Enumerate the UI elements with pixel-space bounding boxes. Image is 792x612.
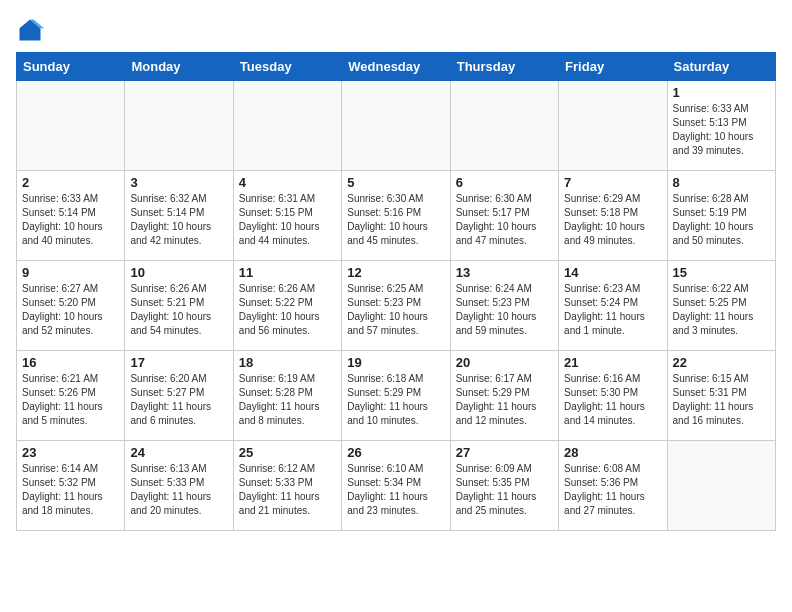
calendar-header-row: SundayMondayTuesdayWednesdayThursdayFrid… bbox=[17, 53, 776, 81]
calendar-cell bbox=[342, 81, 450, 171]
calendar-cell: 5Sunrise: 6:30 AM Sunset: 5:16 PM Daylig… bbox=[342, 171, 450, 261]
day-info: Sunrise: 6:14 AM Sunset: 5:32 PM Dayligh… bbox=[22, 462, 119, 518]
col-header-thursday: Thursday bbox=[450, 53, 558, 81]
calendar-cell: 2Sunrise: 6:33 AM Sunset: 5:14 PM Daylig… bbox=[17, 171, 125, 261]
col-header-sunday: Sunday bbox=[17, 53, 125, 81]
calendar-cell: 22Sunrise: 6:15 AM Sunset: 5:31 PM Dayli… bbox=[667, 351, 775, 441]
page-header bbox=[16, 16, 776, 44]
day-number: 14 bbox=[564, 265, 661, 280]
calendar-cell: 10Sunrise: 6:26 AM Sunset: 5:21 PM Dayli… bbox=[125, 261, 233, 351]
calendar-cell bbox=[450, 81, 558, 171]
day-number: 16 bbox=[22, 355, 119, 370]
day-info: Sunrise: 6:30 AM Sunset: 5:16 PM Dayligh… bbox=[347, 192, 444, 248]
day-info: Sunrise: 6:16 AM Sunset: 5:30 PM Dayligh… bbox=[564, 372, 661, 428]
calendar-cell: 6Sunrise: 6:30 AM Sunset: 5:17 PM Daylig… bbox=[450, 171, 558, 261]
day-number: 18 bbox=[239, 355, 336, 370]
day-number: 5 bbox=[347, 175, 444, 190]
calendar-cell: 17Sunrise: 6:20 AM Sunset: 5:27 PM Dayli… bbox=[125, 351, 233, 441]
day-info: Sunrise: 6:25 AM Sunset: 5:23 PM Dayligh… bbox=[347, 282, 444, 338]
calendar-cell: 16Sunrise: 6:21 AM Sunset: 5:26 PM Dayli… bbox=[17, 351, 125, 441]
calendar-cell bbox=[17, 81, 125, 171]
calendar-cell bbox=[667, 441, 775, 531]
calendar-cell: 12Sunrise: 6:25 AM Sunset: 5:23 PM Dayli… bbox=[342, 261, 450, 351]
day-number: 7 bbox=[564, 175, 661, 190]
calendar-cell: 24Sunrise: 6:13 AM Sunset: 5:33 PM Dayli… bbox=[125, 441, 233, 531]
calendar-table: SundayMondayTuesdayWednesdayThursdayFrid… bbox=[16, 52, 776, 531]
calendar-cell: 11Sunrise: 6:26 AM Sunset: 5:22 PM Dayli… bbox=[233, 261, 341, 351]
day-info: Sunrise: 6:33 AM Sunset: 5:13 PM Dayligh… bbox=[673, 102, 770, 158]
day-number: 22 bbox=[673, 355, 770, 370]
calendar-cell: 4Sunrise: 6:31 AM Sunset: 5:15 PM Daylig… bbox=[233, 171, 341, 261]
day-info: Sunrise: 6:29 AM Sunset: 5:18 PM Dayligh… bbox=[564, 192, 661, 248]
calendar-cell: 23Sunrise: 6:14 AM Sunset: 5:32 PM Dayli… bbox=[17, 441, 125, 531]
calendar-cell: 27Sunrise: 6:09 AM Sunset: 5:35 PM Dayli… bbox=[450, 441, 558, 531]
day-number: 24 bbox=[130, 445, 227, 460]
day-info: Sunrise: 6:17 AM Sunset: 5:29 PM Dayligh… bbox=[456, 372, 553, 428]
day-info: Sunrise: 6:31 AM Sunset: 5:15 PM Dayligh… bbox=[239, 192, 336, 248]
day-info: Sunrise: 6:21 AM Sunset: 5:26 PM Dayligh… bbox=[22, 372, 119, 428]
day-info: Sunrise: 6:24 AM Sunset: 5:23 PM Dayligh… bbox=[456, 282, 553, 338]
day-number: 8 bbox=[673, 175, 770, 190]
logo bbox=[16, 16, 48, 44]
day-number: 21 bbox=[564, 355, 661, 370]
day-number: 2 bbox=[22, 175, 119, 190]
day-info: Sunrise: 6:27 AM Sunset: 5:20 PM Dayligh… bbox=[22, 282, 119, 338]
day-number: 11 bbox=[239, 265, 336, 280]
day-number: 15 bbox=[673, 265, 770, 280]
calendar-cell: 7Sunrise: 6:29 AM Sunset: 5:18 PM Daylig… bbox=[559, 171, 667, 261]
day-info: Sunrise: 6:13 AM Sunset: 5:33 PM Dayligh… bbox=[130, 462, 227, 518]
day-number: 23 bbox=[22, 445, 119, 460]
day-info: Sunrise: 6:15 AM Sunset: 5:31 PM Dayligh… bbox=[673, 372, 770, 428]
calendar-cell: 19Sunrise: 6:18 AM Sunset: 5:29 PM Dayli… bbox=[342, 351, 450, 441]
svg-marker-0 bbox=[20, 20, 41, 41]
col-header-monday: Monday bbox=[125, 53, 233, 81]
day-info: Sunrise: 6:23 AM Sunset: 5:24 PM Dayligh… bbox=[564, 282, 661, 338]
day-number: 27 bbox=[456, 445, 553, 460]
day-info: Sunrise: 6:30 AM Sunset: 5:17 PM Dayligh… bbox=[456, 192, 553, 248]
calendar-cell bbox=[125, 81, 233, 171]
day-info: Sunrise: 6:19 AM Sunset: 5:28 PM Dayligh… bbox=[239, 372, 336, 428]
day-info: Sunrise: 6:32 AM Sunset: 5:14 PM Dayligh… bbox=[130, 192, 227, 248]
calendar-cell: 18Sunrise: 6:19 AM Sunset: 5:28 PM Dayli… bbox=[233, 351, 341, 441]
logo-icon bbox=[16, 16, 44, 44]
day-number: 3 bbox=[130, 175, 227, 190]
day-info: Sunrise: 6:20 AM Sunset: 5:27 PM Dayligh… bbox=[130, 372, 227, 428]
col-header-friday: Friday bbox=[559, 53, 667, 81]
calendar-cell: 9Sunrise: 6:27 AM Sunset: 5:20 PM Daylig… bbox=[17, 261, 125, 351]
day-number: 26 bbox=[347, 445, 444, 460]
calendar-cell bbox=[559, 81, 667, 171]
day-info: Sunrise: 6:26 AM Sunset: 5:21 PM Dayligh… bbox=[130, 282, 227, 338]
day-info: Sunrise: 6:33 AM Sunset: 5:14 PM Dayligh… bbox=[22, 192, 119, 248]
day-number: 28 bbox=[564, 445, 661, 460]
calendar-week-row: 23Sunrise: 6:14 AM Sunset: 5:32 PM Dayli… bbox=[17, 441, 776, 531]
calendar-week-row: 16Sunrise: 6:21 AM Sunset: 5:26 PM Dayli… bbox=[17, 351, 776, 441]
day-number: 1 bbox=[673, 85, 770, 100]
calendar-cell: 21Sunrise: 6:16 AM Sunset: 5:30 PM Dayli… bbox=[559, 351, 667, 441]
calendar-cell bbox=[233, 81, 341, 171]
day-number: 4 bbox=[239, 175, 336, 190]
calendar-cell: 25Sunrise: 6:12 AM Sunset: 5:33 PM Dayli… bbox=[233, 441, 341, 531]
day-number: 12 bbox=[347, 265, 444, 280]
col-header-tuesday: Tuesday bbox=[233, 53, 341, 81]
day-number: 25 bbox=[239, 445, 336, 460]
day-number: 6 bbox=[456, 175, 553, 190]
calendar-cell: 3Sunrise: 6:32 AM Sunset: 5:14 PM Daylig… bbox=[125, 171, 233, 261]
day-number: 13 bbox=[456, 265, 553, 280]
calendar-week-row: 2Sunrise: 6:33 AM Sunset: 5:14 PM Daylig… bbox=[17, 171, 776, 261]
day-info: Sunrise: 6:10 AM Sunset: 5:34 PM Dayligh… bbox=[347, 462, 444, 518]
calendar-week-row: 1Sunrise: 6:33 AM Sunset: 5:13 PM Daylig… bbox=[17, 81, 776, 171]
day-number: 9 bbox=[22, 265, 119, 280]
day-info: Sunrise: 6:22 AM Sunset: 5:25 PM Dayligh… bbox=[673, 282, 770, 338]
calendar-cell: 15Sunrise: 6:22 AM Sunset: 5:25 PM Dayli… bbox=[667, 261, 775, 351]
day-number: 19 bbox=[347, 355, 444, 370]
day-number: 20 bbox=[456, 355, 553, 370]
day-info: Sunrise: 6:26 AM Sunset: 5:22 PM Dayligh… bbox=[239, 282, 336, 338]
calendar-week-row: 9Sunrise: 6:27 AM Sunset: 5:20 PM Daylig… bbox=[17, 261, 776, 351]
day-number: 10 bbox=[130, 265, 227, 280]
calendar-cell: 1Sunrise: 6:33 AM Sunset: 5:13 PM Daylig… bbox=[667, 81, 775, 171]
calendar-cell: 20Sunrise: 6:17 AM Sunset: 5:29 PM Dayli… bbox=[450, 351, 558, 441]
day-info: Sunrise: 6:08 AM Sunset: 5:36 PM Dayligh… bbox=[564, 462, 661, 518]
calendar-cell: 28Sunrise: 6:08 AM Sunset: 5:36 PM Dayli… bbox=[559, 441, 667, 531]
col-header-wednesday: Wednesday bbox=[342, 53, 450, 81]
calendar-cell: 8Sunrise: 6:28 AM Sunset: 5:19 PM Daylig… bbox=[667, 171, 775, 261]
